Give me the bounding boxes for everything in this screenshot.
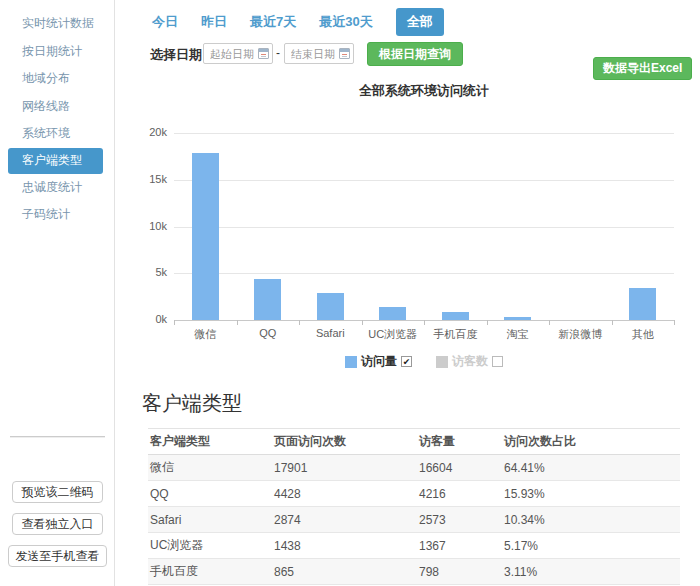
bar-手机百度[interactable]: [442, 312, 469, 320]
table-cell: 微信: [148, 455, 272, 481]
legend-swatch-icon: [436, 356, 448, 368]
tab-0[interactable]: 今日: [152, 13, 178, 31]
table-cell: 4428: [272, 481, 417, 507]
sidebar-item-3[interactable]: 网络线路: [0, 93, 114, 121]
x-axis-tick: [487, 320, 488, 325]
calendar-icon[interactable]: [258, 48, 269, 59]
tab-4-active[interactable]: 全部: [396, 8, 444, 36]
sidebar: 实时统计数据按日期统计地域分布网络线路系统环境客户端类型忠诚度统计子码统计 预览…: [0, 0, 115, 586]
sidebar-item-2[interactable]: 地域分布: [0, 65, 114, 93]
checkbox-unchecked-icon[interactable]: [492, 356, 503, 367]
table-header-cell: 客户端类型: [148, 429, 272, 455]
page: 实时统计数据按日期统计地域分布网络线路系统环境客户端类型忠诚度统计子码统计 预览…: [0, 0, 700, 586]
bar-Safari[interactable]: [317, 293, 344, 320]
table-header-cell: 访客量: [417, 429, 502, 455]
tab-1[interactable]: 昨日: [201, 13, 227, 31]
legend-label: 访客数: [452, 353, 488, 370]
bar-淘宝[interactable]: [504, 317, 531, 320]
y-axis-label-20k: 20k: [119, 126, 167, 138]
table-cell: 10.34%: [502, 507, 680, 533]
calendar-icon[interactable]: [339, 48, 350, 59]
table-row-手机百度: 手机百度8657983.11%: [148, 559, 680, 585]
legend-item-访客数[interactable]: 访客数: [436, 353, 503, 370]
x-axis-tick: [424, 320, 425, 325]
x-axis-label-手机百度: 手机百度: [424, 327, 487, 342]
sidebar-item-7[interactable]: 子码统计: [0, 201, 114, 229]
table-row-QQ: QQ4428421615.93%: [148, 481, 680, 507]
x-axis-tick: [362, 320, 363, 325]
sidebar-item-0[interactable]: 实时统计数据: [0, 10, 114, 38]
bar-chart: 20k15k10k5k0k微信QQSafariUC浏览器手机百度淘宝新浪微博其他: [115, 120, 700, 350]
y-axis-label-10k: 10k: [119, 220, 167, 232]
table-cell: Safari: [148, 507, 272, 533]
x-axis-tick: [612, 320, 613, 325]
table-cell: 3.11%: [502, 559, 680, 585]
x-axis-label-其他: 其他: [612, 327, 675, 342]
bar-UC浏览器[interactable]: [379, 307, 406, 320]
table-cell: QQ: [148, 481, 272, 507]
x-axis-label-淘宝: 淘宝: [487, 327, 550, 342]
gridline-20k: [174, 133, 674, 134]
bar-QQ[interactable]: [254, 279, 281, 320]
sidebar-divider: [10, 436, 105, 437]
x-axis-tick: [549, 320, 550, 325]
sidebar-item-5-active[interactable]: 客户端类型: [8, 148, 103, 174]
table-cell: 16604: [417, 455, 502, 481]
sidebar-footer-button-0[interactable]: 预览该二维码: [12, 481, 103, 503]
table-cell: 5.17%: [502, 533, 680, 559]
table-row-UC浏览器: UC浏览器143813675.17%: [148, 533, 680, 559]
gridline-15k: [174, 180, 674, 181]
table-cell: UC浏览器: [148, 533, 272, 559]
x-axis-tick: [237, 320, 238, 325]
client-type-table: 客户端类型页面访问次数访客量访问次数占比微信179011660464.41%QQ…: [148, 428, 680, 585]
tab-2[interactable]: 最近7天: [250, 13, 296, 31]
chart-title: 全部系统环境访问统计: [174, 82, 674, 100]
table-cell: 1438: [272, 533, 417, 559]
table-cell: 798: [417, 559, 502, 585]
x-axis-label-Safari: Safari: [299, 327, 362, 339]
x-axis-label-QQ: QQ: [237, 327, 300, 339]
bar-其他[interactable]: [629, 288, 656, 320]
legend-swatch-icon: [345, 356, 357, 368]
table-row-Safari: Safari2874257310.34%: [148, 507, 680, 533]
table-cell: 64.41%: [502, 455, 680, 481]
sidebar-footer-button-2[interactable]: 发送至手机查看: [8, 545, 107, 567]
x-axis-label-UC浏览器: UC浏览器: [362, 327, 425, 342]
sidebar-footer-button-1[interactable]: 查看独立入口: [12, 513, 103, 535]
export-excel-button[interactable]: 数据导出Excel: [593, 57, 692, 80]
table-cell: 1367: [417, 533, 502, 559]
date-query-button[interactable]: 根据日期查询: [367, 42, 463, 66]
legend-item-访问量[interactable]: 访问量✔: [345, 353, 412, 370]
x-axis-label-微信: 微信: [174, 327, 237, 342]
bar-微信[interactable]: [192, 153, 219, 320]
y-axis-label-5k: 5k: [119, 266, 167, 278]
x-axis-tick: [299, 320, 300, 325]
table-header-cell: 页面访问次数: [272, 429, 417, 455]
section-title: 客户端类型: [142, 390, 242, 417]
table-cell: 2874: [272, 507, 417, 533]
tab-3[interactable]: 最近30天: [319, 13, 372, 31]
table-cell: 2573: [417, 507, 502, 533]
table-header-cell: 访问次数占比: [502, 429, 680, 455]
table-cell: 15.93%: [502, 481, 680, 507]
sidebar-menu: 实时统计数据按日期统计地域分布网络线路系统环境客户端类型忠诚度统计子码统计: [0, 0, 114, 229]
table-row-微信: 微信179011660464.41%: [148, 455, 680, 481]
table-cell: 4216: [417, 481, 502, 507]
date-range-separator: -: [276, 46, 280, 60]
table-cell: 手机百度: [148, 559, 272, 585]
y-axis-label-0k: 0k: [119, 313, 167, 325]
chart-legend: 访问量✔访客数: [174, 353, 674, 370]
sidebar-item-6[interactable]: 忠诚度统计: [0, 174, 114, 202]
sidebar-item-1[interactable]: 按日期统计: [0, 38, 114, 66]
sidebar-item-4[interactable]: 系统环境: [0, 120, 114, 148]
y-axis-label-15k: 15k: [119, 173, 167, 185]
table-header-row: 客户端类型页面访问次数访客量访问次数占比: [148, 429, 680, 455]
x-axis-tick: [174, 320, 175, 325]
x-axis-label-新浪微博: 新浪微博: [549, 327, 612, 342]
main-content: 今日昨日最近7天最近30天全部 选择日期： - 根据日期查询 数据导出Excel…: [115, 0, 700, 586]
checkbox-checked-icon[interactable]: ✔: [401, 356, 412, 367]
gridline-10k: [174, 227, 674, 228]
table-cell: 17901: [272, 455, 417, 481]
legend-label: 访问量: [361, 353, 397, 370]
table-cell: 865: [272, 559, 417, 585]
